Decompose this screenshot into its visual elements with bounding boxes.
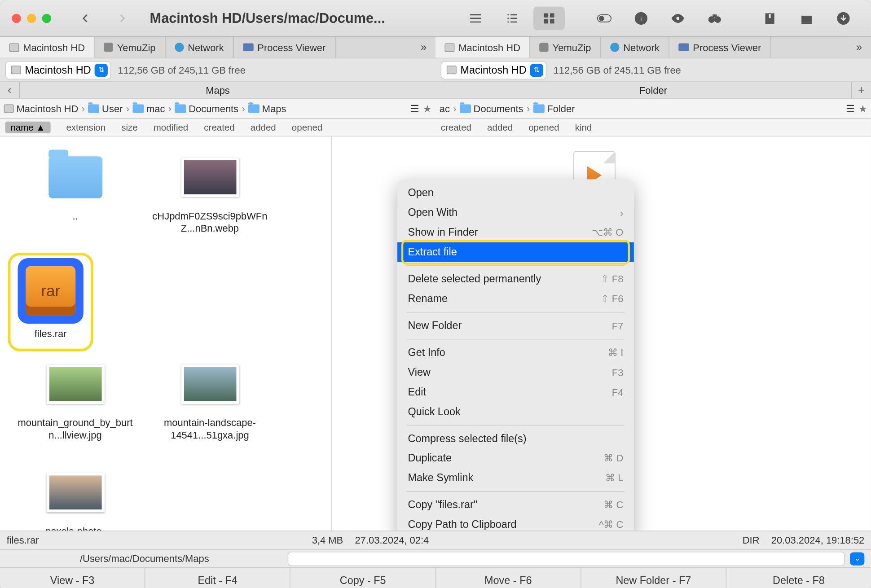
fkey-edit[interactable]: Edit - F4 [145,568,291,588]
left-pane[interactable]: .. cHJpdmF0ZS9sci9pbWFnZ...nBn.webp rar … [0,136,331,531]
sort-created[interactable]: created [441,122,471,132]
shortcut-label: ⌘ D [603,452,623,464]
tab-label: Network [623,42,659,53]
sort-kind[interactable]: kind [575,122,592,132]
sort-opened[interactable]: opened [528,122,559,132]
sort-added[interactable]: added [487,122,513,132]
tab-label: YemuZip [553,42,591,53]
ctx-edit[interactable]: EditF4 [397,382,634,402]
volume-selector-left[interactable]: Macintosh HD ⇅ [5,61,111,79]
view-columns-icon[interactable] [497,6,528,30]
tab-process-viewer[interactable]: Process Viewer [669,37,771,58]
tab-yemuzip[interactable]: YemuZip [530,37,601,58]
ctx-make-symlink[interactable]: Make Symlink⌘ L [397,468,634,488]
volume-selector-right[interactable]: Macintosh HD ⇅ [441,61,547,79]
ctx-get-info[interactable]: Get Info⌘ I [397,343,634,363]
sort-extension[interactable]: extension [66,122,106,132]
file-item[interactable]: .. [8,145,143,253]
sort-name[interactable]: name ▲ [5,122,51,133]
tab-overflow-button[interactable]: » [412,37,436,58]
file-panes: .. cHJpdmF0ZS9sci9pbWFnZ...nBn.webp rar … [0,136,871,531]
forward-button[interactable] [106,8,138,29]
file-label: mountain_ground_by_burtn...llview.jpg [16,417,134,442]
sort-opened[interactable]: opened [292,122,322,132]
tab-macintosh-hd[interactable]: Macintosh HD [0,37,95,58]
back-button[interactable] [70,8,101,29]
info-icon[interactable]: i [625,6,657,30]
fkey-move[interactable]: Move - F6 [436,568,581,588]
tab-process-viewer[interactable]: Process Viewer [234,37,336,58]
fkey-view[interactable]: View - F3 [0,568,145,588]
star-icon[interactable]: ★ [423,103,431,114]
binoculars-icon[interactable] [699,6,730,30]
globe-icon [175,43,184,52]
tab-yemuzip[interactable]: YemuZip [95,37,166,58]
file-item-selected[interactable]: rar files.rar [8,253,93,351]
sort-added[interactable]: added [251,122,276,132]
fkey-copy[interactable]: Copy - F5 [290,568,436,588]
ctx-open[interactable]: Open [397,183,634,203]
svg-rect-0 [544,13,548,17]
ctx-compress[interactable]: Compress selected file(s) [397,429,634,448]
function-key-bar: View - F3 Edit - F4 Copy - F5 Move - F6 … [0,567,871,588]
preview-icon[interactable] [662,6,694,30]
sort-size[interactable]: size [121,122,137,132]
sort-created[interactable]: created [204,122,234,132]
ctx-copy-path[interactable]: Copy Path to Clipboard^⌘ C [397,515,634,531]
download-icon[interactable] [827,6,859,30]
tab-network[interactable]: Network [601,37,669,58]
collapse-button[interactable]: ‹ [0,82,20,99]
svg-point-8 [676,16,680,20]
ctx-duplicate[interactable]: Duplicate⌘ D [397,448,634,468]
monitor-icon [243,44,253,52]
sort-modified[interactable]: modified [154,122,188,132]
file-item[interactable]: mountain-landscape-14541...51gxa.jpg [142,351,277,460]
svg-rect-1 [550,13,554,17]
fkey-delete[interactable]: Delete - F8 [726,568,871,588]
tab-network[interactable]: Network [165,37,233,58]
image-icon [181,364,239,404]
ctx-show-in-finder[interactable]: Show in Finder⌥⌘ O [397,223,634,242]
folder-icon [175,105,186,113]
view-grid-icon[interactable] [533,6,565,30]
tab-macintosh-hd[interactable]: Macintosh HD [436,37,530,58]
ctx-delete[interactable]: Delete selected permanently⇧ F8 [397,269,634,289]
path-dropdown-button[interactable]: ⌄ [850,552,864,565]
ctx-open-with[interactable]: Open With› [397,203,634,223]
status-filename: files.rar [7,535,39,546]
star-icon[interactable]: ★ [858,103,867,114]
file-item[interactable]: pexels-photo-5687913.jpeg [8,460,143,531]
volume-row: Macintosh HD ⇅ 112,56 GB of 245,11 GB fr… [0,58,871,82]
list-icon[interactable]: ☰ [410,103,419,114]
archive-icon[interactable] [754,6,786,30]
close-icon[interactable] [12,13,21,22]
ctx-view[interactable]: ViewF3 [397,363,634,382]
toggle-switch-icon[interactable] [589,6,620,30]
minimize-icon[interactable] [27,13,36,22]
window-title: Macintosh HD/Users/mac/Docume... [150,10,385,26]
server-icon[interactable] [791,6,822,30]
tab-label: Process Viewer [693,42,761,53]
list-icon[interactable]: ☰ [846,103,854,114]
file-item[interactable]: cHJpdmF0ZS9sci9pbWFnZ...nBn.webp [142,145,277,253]
view-list-icon[interactable] [460,6,491,30]
app-icon [539,43,548,52]
shortcut-label: ⌘ I [608,347,623,358]
file-label: cHJpdmF0ZS9sci9pbWFnZ...nBn.webp [151,210,269,235]
ctx-quick-look[interactable]: Quick Look [397,402,634,421]
hd-icon [11,66,21,74]
path-input[interactable] [288,551,845,566]
tab-overflow-button[interactable]: » [847,37,871,58]
new-tab-button[interactable]: + [851,82,871,99]
shortcut-label: F7 [612,320,624,331]
file-item[interactable]: mountain_ground_by_burtn...llview.jpg [8,351,143,460]
breadcrumb-left[interactable]: Macintosh HD› User› mac› Documents› Maps… [0,99,436,118]
ctx-rename[interactable]: Rename⇧ F6 [397,289,634,309]
fkey-new-folder[interactable]: New Folder - F7 [581,568,726,588]
breadcrumb-right[interactable]: ac› Documents› Folder ☰★ [436,99,871,118]
fullscreen-icon[interactable] [42,13,51,22]
image-icon [46,473,104,512]
ctx-copy-file[interactable]: Copy "files.rar"⌘ C [397,495,634,515]
ctx-new-folder[interactable]: New FolderF7 [397,316,634,336]
ctx-extract-file[interactable]: Extract file [397,242,634,262]
